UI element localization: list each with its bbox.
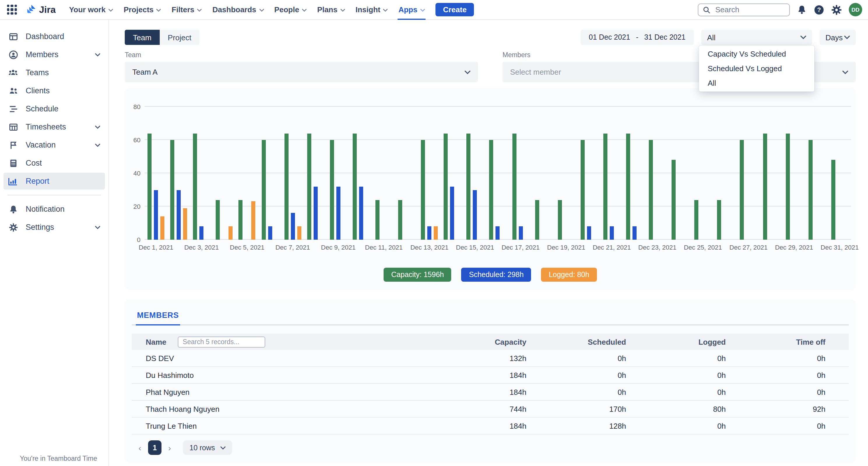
global-search[interactable] [698, 3, 790, 16]
help-icon[interactable]: ? [814, 4, 824, 15]
user-avatar[interactable]: DD [849, 3, 862, 16]
scheduled-bar[interactable] [587, 226, 591, 240]
toggle-option-team[interactable]: Team [125, 30, 160, 45]
scheduled-bar[interactable] [268, 226, 272, 240]
nav-item-apps[interactable]: Apps [393, 0, 430, 20]
capacity-bar[interactable] [558, 200, 562, 240]
capacity-bar[interactable] [307, 133, 311, 240]
mode-select[interactable]: All [701, 30, 812, 45]
nav-item-people[interactable]: People [269, 0, 312, 20]
nav-item-plans[interactable]: Plans [312, 0, 350, 20]
logged-bar[interactable] [183, 208, 187, 240]
scheduled-bar[interactable] [632, 226, 637, 240]
capacity-bar[interactable] [649, 140, 653, 240]
capacity-bar[interactable] [353, 133, 357, 240]
settings-gear-icon[interactable] [831, 4, 842, 15]
sidebar-item-notification[interactable]: Notification [3, 201, 105, 217]
capacity-bar[interactable] [148, 133, 152, 240]
logged-bar[interactable] [229, 226, 233, 240]
scheduled-bar[interactable] [519, 226, 523, 240]
sidebar-item-settings[interactable]: Settings [3, 219, 105, 236]
current-page-button[interactable]: 1 [148, 440, 161, 455]
scheduled-bar[interactable] [359, 186, 363, 240]
capacity-bar[interactable] [398, 200, 402, 240]
capacity-bar[interactable] [512, 133, 516, 240]
nav-item-your-work[interactable]: Your work [64, 0, 118, 20]
logged-bar[interactable] [297, 226, 301, 240]
team-select[interactable]: Team A [125, 62, 478, 82]
dropdown-option-scheduled-vs-logged[interactable]: Scheduled Vs Logged [699, 61, 814, 76]
rows-per-page-select[interactable]: 10 rows [183, 440, 232, 455]
scheduled-bar[interactable] [496, 226, 500, 240]
capacity-bar[interactable] [694, 200, 699, 240]
capacity-bar[interactable] [581, 140, 585, 240]
capacity-bar[interactable] [421, 140, 425, 240]
table-row[interactable]: Thach Hoang Nguyen744h170h80h92h [132, 401, 849, 417]
capacity-bar[interactable] [740, 140, 744, 240]
capacity-bar[interactable] [239, 200, 243, 240]
capacity-bar[interactable] [467, 133, 471, 240]
scheduled-bar[interactable] [313, 186, 317, 240]
nav-item-filters[interactable]: Filters [166, 0, 207, 20]
capacity-bar[interactable] [785, 133, 789, 240]
capacity-bar[interactable] [717, 200, 721, 240]
scheduled-bar[interactable] [473, 190, 477, 240]
table-row[interactable]: Phat Nguyen184h0h0h0h [132, 384, 849, 401]
capacity-bar[interactable] [284, 133, 288, 240]
scheduled-bar[interactable] [154, 190, 158, 240]
toggle-option-project[interactable]: Project [160, 30, 200, 45]
sidebar-item-cost[interactable]: Cost [3, 154, 105, 172]
sidebar-item-teams[interactable]: Teams [3, 64, 105, 81]
capacity-bar[interactable] [261, 140, 266, 240]
scheduled-bar[interactable] [199, 226, 204, 240]
sidebar-item-report[interactable]: Report [3, 173, 105, 190]
sidebar-item-clients[interactable]: Clients [3, 82, 105, 99]
scheduled-bar[interactable] [290, 213, 295, 240]
scheduled-bar[interactable] [177, 190, 181, 240]
sidebar-item-timesheets[interactable]: Timesheets [3, 118, 105, 135]
app-switcher-icon[interactable] [7, 5, 17, 14]
capacity-bar[interactable] [330, 140, 334, 240]
capacity-bar[interactable] [603, 133, 608, 240]
table-row[interactable]: DS DEV132h0h0h0h [132, 350, 849, 367]
granularity-select[interactable]: Days [819, 30, 856, 45]
next-page-button[interactable]: › [165, 443, 174, 452]
scheduled-bar[interactable] [450, 186, 455, 240]
dropdown-option-capacity-vs-scheduled[interactable]: Capacity Vs Scheduled [699, 47, 814, 61]
jira-logo[interactable]: Jira [25, 3, 56, 16]
date-range-picker[interactable]: 01 Dec 2021 - 31 Dec 2021 [581, 30, 694, 45]
capacity-bar[interactable] [489, 140, 493, 240]
sidebar-item-schedule[interactable]: Schedule [3, 100, 105, 117]
nav-item-insight[interactable]: Insight [350, 0, 393, 20]
capacity-bar[interactable] [763, 133, 767, 240]
dropdown-option-all[interactable]: All [699, 76, 814, 90]
date-range-end[interactable]: 31 Dec 2021 [644, 33, 686, 41]
sidebar-item-members[interactable]: Members [3, 46, 105, 63]
nav-item-dashboards[interactable]: Dashboards [207, 0, 269, 20]
prev-page-button[interactable]: ‹ [136, 443, 144, 452]
capacity-bar[interactable] [535, 200, 539, 240]
capacity-bar[interactable] [193, 133, 197, 240]
capacity-bar[interactable] [809, 140, 813, 240]
capacity-bar[interactable] [375, 200, 379, 240]
sidebar-item-dashboard[interactable]: Dashboard [3, 28, 105, 45]
create-button[interactable]: Create [435, 3, 474, 16]
nav-item-projects[interactable]: Projects [118, 0, 166, 20]
capacity-bar[interactable] [444, 133, 448, 240]
table-row[interactable]: Trung Le Thien184h128h0h0h [132, 417, 849, 435]
scheduled-bar[interactable] [427, 226, 431, 240]
search-input[interactable] [714, 5, 785, 14]
legend-button-logged[interactable]: Logged: 80h [541, 268, 597, 282]
logged-bar[interactable] [434, 226, 438, 240]
logged-bar[interactable] [252, 202, 256, 240]
notifications-bell-icon[interactable] [797, 5, 807, 14]
table-search-input[interactable] [178, 336, 266, 347]
tab-members[interactable]: MEMBERS [136, 308, 180, 325]
capacity-bar[interactable] [831, 160, 835, 240]
table-row[interactable]: Du Hashimoto184h0h0h0h [132, 367, 849, 384]
capacity-bar[interactable] [216, 200, 220, 240]
scheduled-bar[interactable] [610, 226, 614, 240]
capacity-bar[interactable] [626, 133, 630, 240]
capacity-bar[interactable] [170, 140, 174, 240]
logged-bar[interactable] [160, 216, 164, 240]
